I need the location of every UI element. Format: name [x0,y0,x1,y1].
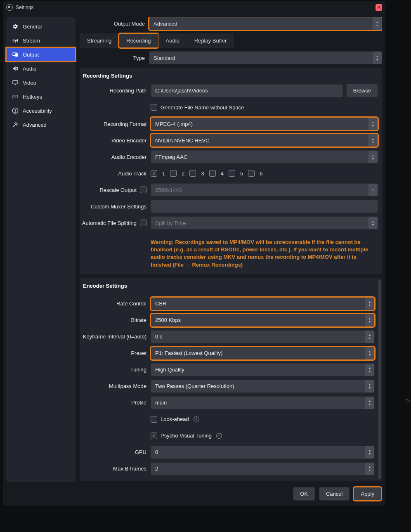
track-4-checkbox[interactable] [209,170,216,177]
sidebar-item-label: General [23,24,42,30]
gpu-label: GPU [81,449,151,455]
sidebar-item-label: Audio [23,66,36,72]
recording-path-input[interactable]: C:\Users\jasch\Videos [151,84,343,97]
output-icon [12,51,19,58]
type-label: Type [80,55,149,61]
window-title: Settings [16,5,33,10]
main-panel: Output Mode Advanced Streaming Recording… [80,17,382,482]
sidebar-item-label: Output [23,52,39,58]
maxb-label: Max B-frames [81,466,151,472]
scrollbar[interactable] [378,280,381,479]
keyboard-icon [12,93,19,100]
video-encoder-label: Video Encoder [81,137,151,144]
sidebar-item-label: Hotkeys [23,94,42,100]
track-2-checkbox[interactable] [170,170,177,177]
auto-split-select[interactable]: Split by Time [151,216,378,229]
psycho-checkbox[interactable] [151,433,157,439]
output-mode-select[interactable]: Advanced [149,17,382,30]
track-1-checkbox[interactable] [151,170,157,177]
help-icon[interactable]: ? [194,416,199,422]
sidebar-item-audio[interactable]: Audio [6,61,76,76]
lookahead-checkbox[interactable] [151,416,157,423]
app-icon [6,4,13,11]
accessibility-icon [12,107,19,114]
muxer-input[interactable] [151,200,378,213]
mp4-warning: Warning: Recordings saved to MP4/MOV wil… [151,239,378,269]
tab-recording[interactable]: Recording [119,33,158,48]
cutoff-text: Tr [405,398,410,404]
track-5-checkbox[interactable] [229,170,235,177]
tab-streaming[interactable]: Streaming [80,33,119,48]
dialog-footer: OK Cancel Apply [3,482,385,506]
monitor-icon [12,79,19,86]
tab-replay-buffer[interactable]: Replay Buffer [187,33,234,48]
preset-select[interactable]: P1: Fastest (Lowest Quality) [151,347,375,360]
rescale-output-select[interactable]: 2560x1440 ▼ [151,183,378,196]
cancel-button[interactable]: Cancel [319,487,350,501]
profile-select[interactable]: main [151,396,375,409]
ok-button[interactable]: OK [293,487,315,501]
sidebar-item-output[interactable]: Output [6,47,76,61]
gear-icon [12,23,19,30]
rate-control-label: Rate Control [81,300,151,307]
recording-settings-heading: Recording Settings [81,73,378,80]
tab-audio[interactable]: Audio [158,33,187,48]
preset-label: Preset [81,350,151,356]
profile-label: Profile [81,400,151,406]
speaker-icon [12,65,19,72]
sidebar-item-accessibility[interactable]: Accessibility [6,104,76,118]
muxer-label: Custom Muxer Settings [81,203,151,210]
recording-format-select[interactable]: MPEG-4 (.mp4) [151,117,378,130]
svg-rect-3 [13,80,18,84]
recording-format-label: Recording Format [81,121,151,127]
rate-control-select[interactable]: CBR [151,297,375,310]
multipass-label: Multipass Mode [81,383,151,389]
titlebar: Settings ✕ [3,1,385,14]
tools-icon [12,121,19,128]
browse-button[interactable]: Browse [346,84,378,97]
sidebar-item-label: Accessibility [23,108,52,114]
antenna-icon [12,37,19,44]
encoder-settings-panel: Encoder Settings Rate Control CBR Bitrat… [80,278,382,481]
encoder-settings-heading: Encoder Settings [81,283,375,291]
multipass-select[interactable]: Two Passes (Quarter Resolution) [151,380,375,393]
audio-encoder-label: Audio Encoder [81,154,151,160]
psycho-label: Psycho Visual Tuning [161,433,212,439]
maxb-input[interactable]: 2 [151,462,375,475]
sidebar-item-general[interactable]: General [6,19,76,33]
sidebar-item-hotkeys[interactable]: Hotkeys [6,90,76,104]
auto-split-checkbox[interactable] [140,220,146,226]
sidebar: General Stream Output Audio Video Hotkey… [6,17,76,482]
track-3-checkbox[interactable] [189,170,196,177]
help-icon[interactable]: ? [216,433,222,439]
output-tabs: Streaming Recording Audio Replay Buffer [80,33,382,48]
audio-encoder-select[interactable]: FFmpeg AAC [151,150,378,163]
audio-track-label: Audio Track [81,170,151,177]
rescale-output-checkbox[interactable] [140,187,146,193]
svg-rect-4 [13,95,18,98]
sidebar-item-advanced[interactable]: Advanced [6,118,76,132]
keyframe-input[interactable]: 0 s [151,330,375,343]
sidebar-item-video[interactable]: Video [6,76,76,90]
sidebar-item-label: Video [23,80,36,86]
recording-path-label: Recording Path [81,87,151,94]
output-mode-label: Output Mode [80,21,149,27]
rescale-output-label: Rescale Output [99,187,137,193]
sidebar-item-label: Advanced [23,122,47,128]
recording-settings-panel: Recording Settings Recording Path C:\Use… [80,68,382,274]
gpu-input[interactable]: 0 [151,446,375,459]
track-6-checkbox[interactable] [248,170,255,177]
bitrate-label: Bitrate [81,317,151,323]
type-select[interactable]: Standard [149,51,382,64]
tuning-select[interactable]: High Quality [151,363,375,376]
apply-button[interactable]: Apply [354,487,381,501]
svg-point-6 [15,109,16,110]
lookahead-label: Look-ahead [161,416,189,422]
sidebar-item-stream[interactable]: Stream [6,33,76,47]
video-encoder-select[interactable]: NVIDIA NVENC HEVC [151,134,378,147]
gen-filename-checkbox[interactable] [151,104,157,111]
bitrate-input[interactable]: 2500 Kbps [151,314,375,327]
auto-split-label: Automatic File Splitting [82,220,137,226]
tuning-label: Tuning [81,366,151,373]
close-icon[interactable]: ✕ [376,4,382,11]
